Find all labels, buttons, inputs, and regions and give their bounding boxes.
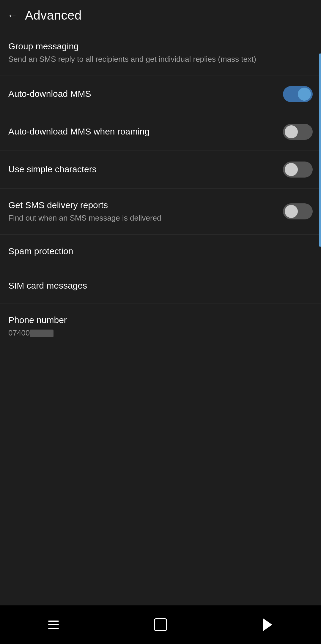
settings-item-title: Spam protection [8,245,307,257]
back-button[interactable]: ← [7,10,18,21]
toggle-sms-delivery[interactable] [283,203,313,219]
settings-item-spam-protection[interactable]: Spam protection [0,235,321,269]
settings-item-content: Use simple characters [8,163,283,176]
settings-item-title: Group messaging [8,40,307,52]
back-nav-button[interactable] [256,616,279,634]
scroll-indicator [319,53,321,247]
settings-item-title: Get SMS delivery reports [8,199,277,211]
settings-item-title: Auto-download MMS [8,88,277,99]
page-spacer [0,349,321,605]
settings-item-sms-delivery[interactable]: Get SMS delivery reports Find out when a… [0,189,321,234]
settings-item-content: SIM card messages [8,280,313,292]
settings-list: Group messaging Send an SMS reply to all… [0,30,321,605]
settings-item-phone-number[interactable]: Phone number 07400 [0,303,321,349]
settings-item-subtitle: 07400 [8,327,307,338]
settings-item-group-messaging[interactable]: Group messaging Send an SMS reply to all… [0,30,321,75]
settings-item-title: Auto-download MMS when roaming [8,126,277,137]
settings-item-sim-card[interactable]: SIM card messages [0,269,321,303]
settings-item-title: SIM card messages [8,280,307,291]
settings-item-content: Phone number 07400 [8,314,313,338]
phone-number-blurred [30,330,54,337]
recent-apps-icon [48,621,59,629]
settings-item-auto-download-mms[interactable]: Auto-download MMS [0,75,321,113]
home-button[interactable] [149,616,172,634]
settings-item-subtitle: Find out when an SMS message is delivere… [8,213,277,223]
settings-item-simple-characters[interactable]: Use simple characters [0,151,321,189]
settings-item-content: Get SMS delivery reports Find out when a… [8,199,283,223]
toggle-auto-download-mms[interactable] [283,86,313,102]
settings-item-content: Auto-download MMS when roaming [8,126,283,138]
toggle-auto-download-roaming[interactable] [283,124,313,140]
settings-item-content: Auto-download MMS [8,88,283,101]
settings-item-title: Use simple characters [8,163,277,175]
navigation-bar [0,605,321,644]
settings-item-title: Phone number [8,314,307,326]
toggle-simple-characters[interactable] [283,162,313,178]
settings-item-subtitle: Send an SMS reply to all recipients and … [8,54,307,64]
settings-item-auto-download-roaming[interactable]: Auto-download MMS when roaming [0,113,321,151]
settings-item-content: Spam protection [8,245,313,258]
header: ← Advanced [0,0,321,30]
home-icon [154,618,167,631]
back-nav-icon [263,618,272,631]
recent-apps-button[interactable] [42,616,65,634]
page-title: Advanced [25,8,82,23]
settings-item-content: Group messaging Send an SMS reply to all… [8,40,313,64]
